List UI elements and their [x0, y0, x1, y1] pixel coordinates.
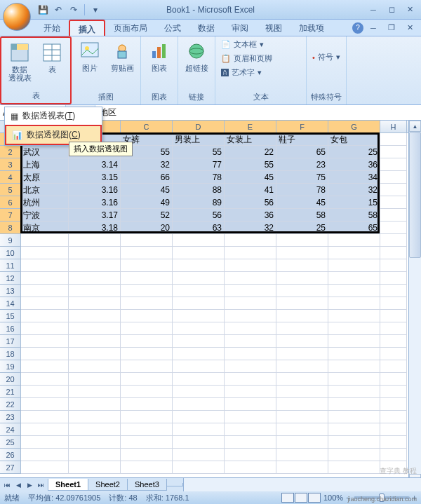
cell-A6[interactable]: 杭州	[21, 196, 69, 209]
cell-G26[interactable]	[328, 449, 380, 461]
row-header-23[interactable]: 23	[0, 411, 21, 423]
cell-E27[interactable]	[225, 461, 276, 474]
cell-E15[interactable]	[225, 310, 276, 322]
row-header-26[interactable]: 26	[0, 449, 21, 461]
cell-E11[interactable]	[225, 259, 276, 272]
scroll-track[interactable]	[409, 132, 421, 474]
clipart-button[interactable]: 剪贴画	[107, 38, 138, 91]
cell-A8[interactable]: 南京	[21, 222, 69, 234]
cell-A18[interactable]	[21, 348, 69, 360]
cell-E21[interactable]	[225, 386, 276, 398]
cell-F22[interactable]	[276, 398, 328, 411]
cell-D4[interactable]: 78	[173, 171, 225, 184]
cell-D7[interactable]: 56	[173, 209, 225, 222]
row-header-25[interactable]: 25	[0, 436, 21, 449]
vertical-scrollbar[interactable]: ▲ ▼	[408, 121, 421, 485]
cell-E13[interactable]	[225, 285, 276, 297]
cell-C18[interactable]	[121, 348, 173, 360]
cell-D11[interactable]	[173, 259, 225, 272]
office-button[interactable]	[3, 3, 31, 31]
tab-pagelayout[interactable]: 页面布局	[105, 20, 156, 36]
cell-G23[interactable]	[328, 411, 380, 423]
cell-B5[interactable]: 3.16	[69, 184, 121, 196]
cell-C4[interactable]: 66	[121, 171, 173, 184]
cell-F13[interactable]	[276, 285, 328, 297]
cell-B17[interactable]	[69, 335, 121, 348]
cell-E10[interactable]	[225, 247, 276, 259]
cell-B22[interactable]	[69, 398, 121, 411]
formula-input[interactable]: 地区	[95, 105, 421, 120]
cell-B15[interactable]	[69, 310, 121, 322]
cell-G9[interactable]	[328, 234, 380, 247]
cell-A14[interactable]	[21, 297, 69, 310]
cell-D20[interactable]	[173, 373, 225, 386]
cell-C17[interactable]	[121, 335, 173, 348]
cell-C11[interactable]	[121, 259, 173, 272]
sheet-tab-1[interactable]: Sheet1	[48, 479, 88, 491]
row-header-6[interactable]: 6	[0, 196, 21, 209]
cell-E14[interactable]	[225, 297, 276, 310]
cell-H11[interactable]	[380, 259, 407, 272]
row-header-16[interactable]: 16	[0, 322, 21, 335]
cell-G14[interactable]	[328, 297, 380, 310]
cell-A7[interactable]: 宁波	[21, 209, 69, 222]
cell-D13[interactable]	[173, 285, 225, 297]
col-header-C[interactable]: C	[121, 121, 173, 132]
tab-insert[interactable]: 插入	[69, 20, 105, 36]
cell-F5[interactable]: 78	[276, 184, 328, 196]
col-header-H[interactable]: H	[380, 121, 407, 132]
cell-B11[interactable]	[69, 259, 121, 272]
workbook-minimize-button[interactable]: ─	[365, 22, 382, 34]
cell-D26[interactable]	[173, 449, 225, 461]
cell-H25[interactable]	[380, 436, 407, 449]
cell-B27[interactable]	[69, 461, 121, 474]
cell-F4[interactable]: 75	[276, 171, 328, 184]
cell-C21[interactable]	[121, 386, 173, 398]
cell-B25[interactable]	[69, 436, 121, 449]
cell-E17[interactable]	[225, 335, 276, 348]
tab-data[interactable]: 数据	[189, 20, 223, 36]
cell-H1[interactable]	[380, 133, 407, 146]
cell-A12[interactable]	[21, 272, 69, 285]
row-header-21[interactable]: 21	[0, 386, 21, 398]
cell-A20[interactable]	[21, 373, 69, 386]
cell-B21[interactable]	[69, 386, 121, 398]
cell-H15[interactable]	[380, 310, 407, 322]
sheet-tab-3[interactable]: Sheet3	[127, 479, 167, 491]
row-header-14[interactable]: 14	[0, 297, 21, 310]
cell-C15[interactable]	[121, 310, 173, 322]
sheet-tab-2[interactable]: Sheet2	[88, 479, 128, 491]
cells[interactable]: 地区女裤男装上女装上鞋子女包武汉3.145555226525上海3.143277…	[21, 133, 407, 474]
cell-G5[interactable]: 32	[328, 184, 380, 196]
cell-D23[interactable]	[173, 411, 225, 423]
cell-H4[interactable]	[380, 171, 407, 184]
workbook-restore-button[interactable]: ❐	[383, 22, 400, 34]
cell-A3[interactable]: 上海	[21, 158, 69, 171]
last-sheet-icon[interactable]: ⏭	[35, 479, 46, 491]
chart-button[interactable]: 图表	[144, 38, 175, 91]
cell-D6[interactable]: 89	[173, 196, 225, 209]
cell-G3[interactable]: 36	[328, 158, 380, 171]
cell-C5[interactable]: 45	[121, 184, 173, 196]
cell-A5[interactable]: 北京	[21, 184, 69, 196]
table-button[interactable]: 表	[36, 39, 67, 90]
cell-G15[interactable]	[328, 310, 380, 322]
cell-H6[interactable]	[380, 196, 407, 209]
cell-F23[interactable]	[276, 411, 328, 423]
col-header-E[interactable]: E	[225, 121, 276, 132]
cell-F15[interactable]	[276, 310, 328, 322]
cell-D18[interactable]	[173, 348, 225, 360]
cell-A4[interactable]: 太原	[21, 171, 69, 184]
cell-B24[interactable]	[69, 423, 121, 436]
cell-A9[interactable]	[21, 234, 69, 247]
hyperlink-button[interactable]: 超链接	[181, 38, 212, 91]
cell-C3[interactable]: 32	[121, 158, 173, 171]
cell-F26[interactable]	[276, 449, 328, 461]
cell-F1[interactable]: 鞋子	[276, 133, 328, 146]
cell-A21[interactable]	[21, 386, 69, 398]
cell-D25[interactable]	[173, 436, 225, 449]
cell-A23[interactable]	[21, 411, 69, 423]
cell-B13[interactable]	[69, 285, 121, 297]
cell-D1[interactable]: 男装上	[173, 133, 225, 146]
cell-H23[interactable]	[380, 411, 407, 423]
